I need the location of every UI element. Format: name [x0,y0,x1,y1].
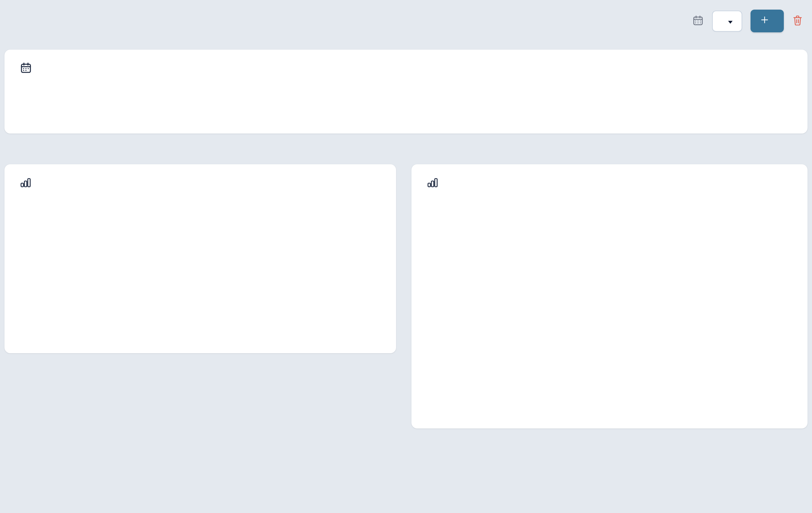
active-schedules-card [4,50,808,134]
calendar-icon [20,62,32,75]
caret-down-icon [727,16,733,26]
active-schedules-header [20,62,792,75]
calendar-icon [692,15,704,28]
mini-bars-icon [20,176,31,189]
delete-assessment-button[interactable] [792,15,803,27]
page [0,0,812,428]
value-stream-health-card [4,164,396,353]
assessment-date-selector[interactable] [712,10,742,32]
page-header [4,7,808,32]
plus-icon [760,16,769,27]
capability-lens-header [427,176,792,189]
mini-bars-icon [427,176,438,189]
main-row [4,164,808,428]
header-controls [692,9,803,32]
value-stream-health-header [20,176,381,189]
schedule-assessment-button[interactable] [751,9,784,32]
capability-lens-card [411,164,808,428]
trash-icon [792,15,803,27]
